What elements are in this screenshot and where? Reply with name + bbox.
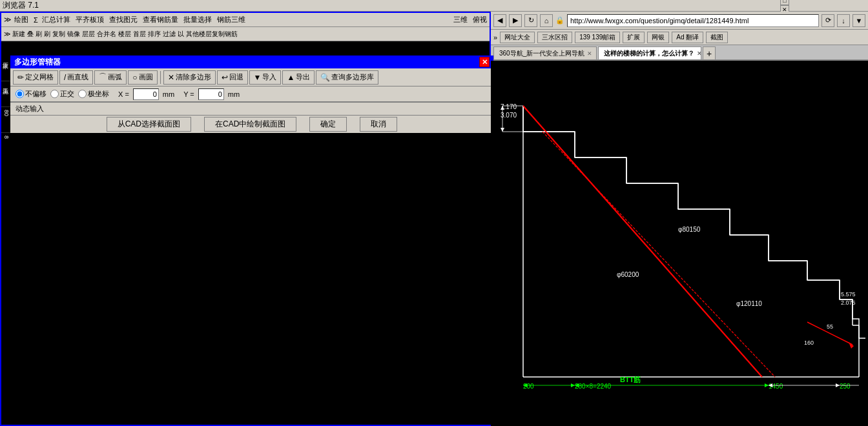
btn-expand2[interactable]: ≫ [4,30,10,37]
cad-dialog: 多边形管辖器 ✕ ✏ 定义网格 / 画直线 ⌒ 画弧 ○ [10,56,493,425]
svg-text:φ60200: φ60200 [617,271,639,278]
x-label: X = [118,90,129,98]
btn-copy-steel[interactable]: 以 其他楼层复制钢筋 [178,30,238,39]
svg-text:160: 160 [804,340,814,346]
btn-undo[interactable]: ↩ 回退 [217,70,248,85]
browser-panel: ◀ ▶ ↻ ⌂ 🔒 ⟳ ↓ ▼ » 网址大全 三水区招 139 139邮箱 扩展… [491,12,868,426]
nav-home-button[interactable]: ⌂ [540,14,553,27]
radio-no-offset[interactable]: 不偏移 [16,89,46,99]
svg-text:200: 200 [523,383,534,390]
category-item-3[interactable]: 80 [1,107,10,133]
btn-draw-arc[interactable]: ⌒ 画弧 [94,70,127,85]
toolbar-sum[interactable]: 汇总计算 [42,15,70,25]
toolbar-find[interactable]: 查找图元 [109,15,138,25]
app-toolbar-row2: ≫ 新建 叠 刷 刷 复制 镜像 层层 合并名 楼层 首层 排序 过滤 以 其他… [1,27,490,41]
btn-export[interactable]: ▲ 导出 [282,70,315,85]
bookmark-sanshuiqu[interactable]: 三水区招 [537,32,572,43]
right-cad-svg: 7.170 3.070 φ80150 φ60200 φ120110 200 28… [491,61,868,426]
btn-floor[interactable]: 层层 [82,30,95,39]
dialog-close-button[interactable]: ✕ [479,57,490,67]
category-item-2[interactable]: 施工 [1,81,10,107]
tab-360nav[interactable]: 360导航_新一代安全上网导航 ✕ [493,46,597,59]
bookmarks-expand[interactable]: » [493,34,497,41]
btn-brush1[interactable]: 刷 [36,30,42,39]
nav-refresh-button[interactable]: ↻ [524,14,537,27]
browser-content-area: 7.170 3.070 φ80150 φ60200 φ120110 200 28… [491,61,868,426]
bookmark-netbank[interactable]: 网银 [647,32,669,43]
radio-orthogonal[interactable]: 正交 [50,89,74,99]
btn-mirror[interactable]: 镜像 [67,30,80,39]
nav-more-button[interactable]: ▼ [852,14,865,27]
toolbar-sigma[interactable]: Σ [34,16,38,24]
cad-statusbar: 动态输入 [10,102,493,115]
btn-stack[interactable]: 叠 [27,30,34,39]
svg-text:280×8=2240: 280×8=2240 [575,383,612,390]
toolbar-steel[interactable]: 查看钢筋量 [143,15,178,25]
radio-orthogonal-input[interactable] [50,90,59,98]
nav-download-button[interactable]: ↓ [837,14,850,27]
export-icon: ▲ [287,73,294,82]
cad-bottom-buttons: 从CAD选择截面图 在CAD中绘制截面图 确定 取消 [10,115,493,133]
btn-draw-line[interactable]: / 画直线 [59,70,93,85]
cad-dialog-toolbar: ✏ 定义网格 / 画直线 ⌒ 画弧 ○ 画圆 ✕ 清除多边 [10,68,493,86]
tab-stair-question[interactable]: 这样的楼梯的计算，怎么计算？ ✕ [598,46,701,59]
toolbar-align[interactable]: 平齐板顶 [76,15,104,25]
y-input[interactable] [198,88,224,100]
bookmark-screenshot[interactable]: 截图 [706,32,728,43]
toolbar-separator-1 [160,71,161,84]
left-category-panel: 家压 施工 80 8 [1,56,10,159]
bookmark-webdaquan[interactable]: 网址大全 [500,32,535,43]
svg-text:5.575: 5.575 [841,291,856,298]
btn-import[interactable]: ▼ 导入 [249,70,282,85]
new-tab-button[interactable]: + [703,46,716,59]
nav-forward-button[interactable]: ▶ [509,14,522,27]
btn-confirm[interactable]: 确定 [309,117,347,132]
lock-icon: 🔒 [555,16,564,25]
svg-rect-71 [491,93,868,394]
toolbar-draw[interactable]: 绘图 [14,15,28,25]
toolbar-3d-steel[interactable]: 钢筋三维 [217,15,245,25]
tab-360nav-close[interactable]: ✕ [587,50,592,57]
svg-text:φ80150: φ80150 [678,226,701,233]
y-label: Y = [183,90,194,98]
btn-query-library[interactable]: 🔍 查询多边形库 [316,70,378,85]
app-toolbar-row1: ≫ 绘图 Σ 汇总计算 平齐板顶 查找图元 查看钢筋量 批量选择 钢筋三维 三维… [1,13,490,27]
radio-polar-input[interactable] [78,90,87,98]
btn-cancel[interactable]: 取消 [360,117,397,132]
btn-clear-polygon[interactable]: ✕ 清除多边形 [163,70,216,85]
toolbar-expand[interactable]: ≫ [4,15,12,24]
radio-polar[interactable]: 极坐标 [78,89,109,99]
svg-text:250: 250 [840,383,851,390]
category-item-4[interactable]: 8 [1,133,10,159]
btn-define-grid[interactable]: ✏ 定义网格 [13,70,58,85]
view-3d[interactable]: 三维 [453,15,468,25]
svg-text:BTT筋: BTT筋 [620,376,641,383]
btn-sort[interactable]: 排序 [148,30,161,39]
btn-merge[interactable]: 合并名 [97,30,116,39]
btn-draw-in-cad[interactable]: 在CAD中绘制截面图 [204,117,296,132]
bookmark-139mail[interactable]: 139 139邮箱 [575,32,620,43]
maximize-button[interactable]: □ [780,0,789,5]
btn-brush2[interactable]: 刷 [44,30,50,39]
svg-text:φ120110: φ120110 [736,300,762,307]
btn-copy[interactable]: 复制 [52,30,65,39]
btn-from-cad[interactable]: 从CAD选择截面图 [107,117,191,132]
address-input[interactable] [567,14,819,27]
nav-reload-button[interactable]: ⟳ [822,14,834,27]
btn-new[interactable]: 新建 [12,30,25,39]
btn-floor-label[interactable]: 楼层 首层 [118,30,146,39]
bookmark-extend[interactable]: 扩展 [623,32,645,43]
browser-bookmarks-bar: » 网址大全 三水区招 139 139邮箱 扩展 网银 Ad 翻译 截图 [491,30,868,45]
category-item-1[interactable]: 家压 [1,56,10,81]
view-top[interactable]: 俯视 [473,15,487,25]
radio-no-offset-input[interactable] [16,90,24,98]
tab-stair-close[interactable]: ✕ [697,50,701,57]
bookmark-translate[interactable]: Ad 翻译 [672,32,703,43]
btn-draw-circle[interactable]: ○ 画圆 [128,70,157,85]
nav-back-button[interactable]: ◀ [493,14,506,27]
cad-dialog-titlebar: 多边形管辖器 ✕ [10,56,493,68]
x-input[interactable] [133,88,159,100]
clear-icon: ✕ [168,73,174,82]
toolbar-batch[interactable]: 批量选择 [183,15,212,25]
btn-filter[interactable]: 过滤 [163,30,176,39]
